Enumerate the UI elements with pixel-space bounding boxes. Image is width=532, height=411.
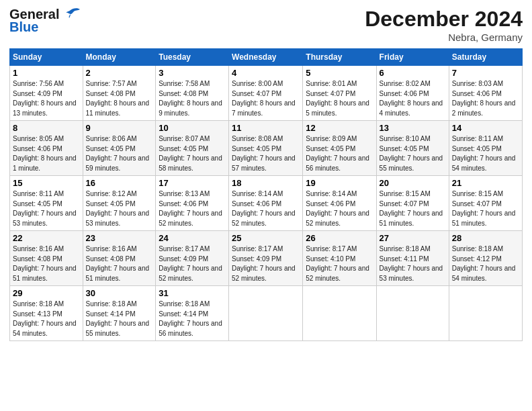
- day-info: Sunrise: 7:57 AMSunset: 4:08 PMDaylight:…: [86, 79, 153, 118]
- day-info: Sunrise: 8:17 AMSunset: 4:09 PMDaylight:…: [159, 244, 226, 283]
- calendar-cell: 27Sunrise: 8:18 AMSunset: 4:11 PMDayligh…: [376, 231, 449, 286]
- calendar-cell: [303, 286, 376, 341]
- day-number: 3: [159, 68, 226, 78]
- day-info: Sunrise: 8:18 AMSunset: 4:12 PMDaylight:…: [452, 244, 519, 283]
- calendar-cell: 4Sunrise: 8:00 AMSunset: 4:07 PMDaylight…: [229, 66, 303, 121]
- day-info: Sunrise: 8:03 AMSunset: 4:06 PMDaylight:…: [452, 79, 519, 118]
- day-info: Sunrise: 8:17 AMSunset: 4:09 PMDaylight:…: [232, 244, 300, 283]
- day-info: Sunrise: 8:14 AMSunset: 4:06 PMDaylight:…: [306, 189, 373, 228]
- day-number: 5: [306, 68, 373, 78]
- day-info: Sunrise: 8:06 AMSunset: 4:05 PMDaylight:…: [86, 134, 153, 173]
- calendar-cell: 9Sunrise: 8:06 AMSunset: 4:05 PMDaylight…: [83, 121, 156, 176]
- calendar-cell: 5Sunrise: 8:01 AMSunset: 4:07 PMDaylight…: [303, 66, 376, 121]
- calendar-cell: 3Sunrise: 7:58 AMSunset: 4:08 PMDaylight…: [156, 66, 229, 121]
- day-info: Sunrise: 8:15 AMSunset: 4:07 PMDaylight:…: [452, 189, 519, 228]
- day-number: 26: [306, 233, 373, 243]
- day-number: 23: [86, 233, 153, 243]
- day-number: 20: [380, 178, 446, 188]
- calendar-cell: 21Sunrise: 8:15 AMSunset: 4:07 PMDayligh…: [449, 176, 522, 231]
- day-number: 14: [452, 123, 519, 133]
- day-info: Sunrise: 8:15 AMSunset: 4:07 PMDaylight:…: [380, 189, 446, 228]
- calendar-cell: 14Sunrise: 8:11 AMSunset: 4:05 PMDayligh…: [449, 121, 522, 176]
- calendar-cell: 25Sunrise: 8:17 AMSunset: 4:09 PMDayligh…: [229, 231, 303, 286]
- title-area: December 2024 Nebra, Germany: [365, 7, 523, 43]
- day-info: Sunrise: 7:58 AMSunset: 4:08 PMDaylight:…: [159, 79, 226, 118]
- logo-text-blue: Blue: [9, 19, 38, 35]
- day-info: Sunrise: 8:05 AMSunset: 4:06 PMDaylight:…: [13, 134, 80, 173]
- calendar-header-tuesday: Tuesday: [156, 49, 229, 66]
- day-number: 4: [232, 68, 300, 78]
- day-number: 22: [13, 233, 80, 243]
- day-info: Sunrise: 8:10 AMSunset: 4:05 PMDaylight:…: [380, 134, 446, 173]
- day-info: Sunrise: 8:00 AMSunset: 4:07 PMDaylight:…: [232, 79, 300, 118]
- month-title: December 2024: [365, 7, 523, 32]
- day-number: 6: [380, 68, 446, 78]
- day-info: Sunrise: 8:18 AMSunset: 4:14 PMDaylight:…: [86, 300, 153, 338]
- calendar-cell: [229, 286, 303, 341]
- day-number: 18: [232, 178, 300, 188]
- calendar-table: SundayMondayTuesdayWednesdayThursdayFrid…: [9, 48, 523, 341]
- calendar-cell: 15Sunrise: 8:11 AMSunset: 4:05 PMDayligh…: [10, 176, 83, 231]
- day-number: 17: [159, 178, 226, 188]
- calendar-cell: 28Sunrise: 8:18 AMSunset: 4:12 PMDayligh…: [449, 231, 522, 286]
- calendar-header-wednesday: Wednesday: [229, 49, 303, 66]
- calendar-week-2: 8Sunrise: 8:05 AMSunset: 4:06 PMDaylight…: [10, 121, 523, 176]
- day-info: Sunrise: 8:16 AMSunset: 4:08 PMDaylight:…: [86, 244, 153, 283]
- day-number: 8: [13, 123, 80, 133]
- calendar-cell: 11Sunrise: 8:08 AMSunset: 4:05 PMDayligh…: [229, 121, 303, 176]
- day-number: 21: [452, 178, 519, 188]
- calendar-cell: 6Sunrise: 8:02 AMSunset: 4:06 PMDaylight…: [376, 66, 449, 121]
- calendar-header-friday: Friday: [376, 49, 449, 66]
- calendar-week-5: 29Sunrise: 8:18 AMSunset: 4:13 PMDayligh…: [10, 286, 523, 341]
- calendar-cell: 2Sunrise: 7:57 AMSunset: 4:08 PMDaylight…: [83, 66, 156, 121]
- day-info: Sunrise: 8:09 AMSunset: 4:05 PMDaylight:…: [306, 134, 373, 173]
- day-info: Sunrise: 8:17 AMSunset: 4:10 PMDaylight:…: [306, 244, 373, 283]
- calendar-cell: 12Sunrise: 8:09 AMSunset: 4:05 PMDayligh…: [303, 121, 376, 176]
- calendar-cell: 30Sunrise: 8:18 AMSunset: 4:14 PMDayligh…: [83, 286, 156, 341]
- page: General Blue December 2024 Nebra, German…: [0, 0, 532, 411]
- day-number: 25: [232, 233, 300, 243]
- calendar-cell: 7Sunrise: 8:03 AMSunset: 4:06 PMDaylight…: [449, 66, 522, 121]
- logo: General Blue: [9, 7, 81, 35]
- day-number: 12: [306, 123, 373, 133]
- day-number: 27: [380, 233, 446, 243]
- calendar-week-4: 22Sunrise: 8:16 AMSunset: 4:08 PMDayligh…: [10, 231, 523, 286]
- day-number: 10: [159, 123, 226, 133]
- day-info: Sunrise: 8:13 AMSunset: 4:06 PMDaylight:…: [159, 189, 226, 228]
- calendar-header-monday: Monday: [83, 49, 156, 66]
- day-number: 30: [86, 288, 153, 298]
- calendar-cell: 1Sunrise: 7:56 AMSunset: 4:09 PMDaylight…: [10, 66, 83, 121]
- day-number: 2: [86, 68, 153, 78]
- calendar-cell: 8Sunrise: 8:05 AMSunset: 4:06 PMDaylight…: [10, 121, 83, 176]
- day-info: Sunrise: 8:16 AMSunset: 4:08 PMDaylight:…: [13, 244, 80, 283]
- calendar-cell: 31Sunrise: 8:18 AMSunset: 4:14 PMDayligh…: [156, 286, 229, 341]
- calendar-header-sunday: Sunday: [10, 49, 83, 66]
- calendar-cell: [449, 286, 522, 341]
- day-number: 16: [86, 178, 153, 188]
- calendar-cell: 29Sunrise: 8:18 AMSunset: 4:13 PMDayligh…: [10, 286, 83, 341]
- day-info: Sunrise: 7:56 AMSunset: 4:09 PMDaylight:…: [13, 79, 80, 118]
- calendar-cell: [376, 286, 449, 341]
- day-number: 9: [86, 123, 153, 133]
- calendar-cell: 13Sunrise: 8:10 AMSunset: 4:05 PMDayligh…: [376, 121, 449, 176]
- day-info: Sunrise: 8:18 AMSunset: 4:14 PMDaylight:…: [159, 300, 226, 338]
- calendar-cell: 10Sunrise: 8:07 AMSunset: 4:05 PMDayligh…: [156, 121, 229, 176]
- day-info: Sunrise: 8:07 AMSunset: 4:05 PMDaylight:…: [159, 134, 226, 173]
- day-info: Sunrise: 8:01 AMSunset: 4:07 PMDaylight:…: [306, 79, 373, 118]
- day-number: 31: [159, 288, 226, 298]
- day-info: Sunrise: 8:11 AMSunset: 4:05 PMDaylight:…: [13, 189, 80, 228]
- calendar-cell: 26Sunrise: 8:17 AMSunset: 4:10 PMDayligh…: [303, 231, 376, 286]
- calendar-header-saturday: Saturday: [449, 49, 522, 66]
- day-number: 11: [232, 123, 300, 133]
- calendar-cell: 24Sunrise: 8:17 AMSunset: 4:09 PMDayligh…: [156, 231, 229, 286]
- day-info: Sunrise: 8:02 AMSunset: 4:06 PMDaylight:…: [380, 79, 446, 118]
- day-number: 24: [159, 233, 226, 243]
- day-info: Sunrise: 8:18 AMSunset: 4:13 PMDaylight:…: [13, 300, 80, 338]
- header: General Blue December 2024 Nebra, German…: [9, 7, 523, 43]
- day-info: Sunrise: 8:14 AMSunset: 4:06 PMDaylight:…: [232, 189, 300, 228]
- calendar-cell: 17Sunrise: 8:13 AMSunset: 4:06 PMDayligh…: [156, 176, 229, 231]
- day-number: 28: [452, 233, 519, 243]
- calendar-week-1: 1Sunrise: 7:56 AMSunset: 4:09 PMDaylight…: [10, 66, 523, 121]
- calendar-cell: 23Sunrise: 8:16 AMSunset: 4:08 PMDayligh…: [83, 231, 156, 286]
- calendar-cell: 20Sunrise: 8:15 AMSunset: 4:07 PMDayligh…: [376, 176, 449, 231]
